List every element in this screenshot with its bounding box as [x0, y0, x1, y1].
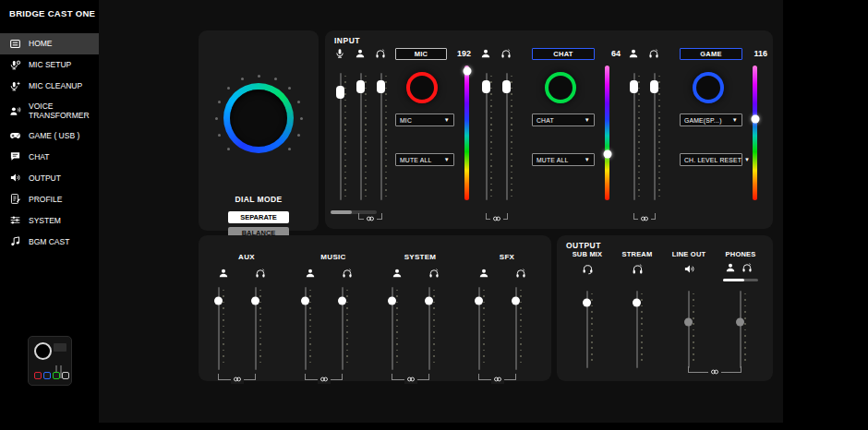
sidebar-item-system[interactable]: SYSTEM	[0, 209, 99, 231]
fader-handle[interactable]	[630, 80, 638, 93]
game-channel-button[interactable]: GAME	[680, 48, 742, 60]
sidebar-item-mic-setup[interactable]: MIC SETUP	[0, 54, 99, 76]
mic-channel-strip: MIC 192 MIC ▼ MUTE ALL ▼	[331, 43, 471, 224]
meter-knob[interactable]	[751, 115, 759, 124]
lineout-fader[interactable]	[682, 291, 694, 368]
submix-fader[interactable]	[581, 291, 593, 368]
aux-monitor-fader[interactable]	[212, 287, 224, 370]
fader-handle[interactable]	[425, 297, 433, 305]
fader-handle[interactable]	[684, 317, 693, 326]
meter-knob[interactable]	[463, 66, 471, 75]
dial-panel: DIAL MODE SEPARATE BALANCE	[199, 30, 319, 231]
sidebar-item-chat[interactable]: CHAT	[0, 146, 99, 167]
sfx-monitor-fader[interactable]	[473, 287, 485, 370]
phones-balance-slider[interactable]	[723, 279, 758, 281]
mic-stream-fader[interactable]	[375, 73, 387, 200]
fader-handle[interactable]	[482, 80, 490, 93]
game-stream-fader[interactable]	[648, 73, 660, 200]
link-icon[interactable]	[231, 375, 244, 384]
game-action-dropdown[interactable]: CH. LEVEL RESET ▼	[680, 153, 742, 166]
person-icon	[218, 268, 229, 279]
stream-column: STREAM	[616, 250, 658, 374]
profile-icon	[9, 193, 21, 205]
chevron-down-icon: ▼	[585, 117, 590, 123]
sidebar-item-mic-cleanup[interactable]: MIC CLEANUP	[0, 76, 99, 97]
meter-knob[interactable]	[603, 150, 611, 159]
mic-monitor-fader[interactable]	[355, 73, 367, 200]
game-source-dropdown[interactable]: GAME(SP...) ▼	[680, 113, 742, 126]
chevron-down-icon: ▼	[744, 157, 750, 162]
mic-action-dropdown[interactable]: MUTE ALL ▼	[395, 153, 454, 166]
chat-action-dropdown[interactable]: MUTE ALL ▼	[532, 153, 595, 166]
sfx-stream-fader[interactable]	[510, 287, 522, 370]
music-note-icon	[9, 235, 21, 247]
link-icon[interactable]	[364, 214, 377, 223]
mic-channel-button[interactable]: MIC	[395, 48, 447, 60]
link-icon[interactable]	[490, 214, 503, 223]
mic-source-dropdown[interactable]: MIC ▼	[395, 113, 454, 126]
headset-icon	[582, 263, 594, 275]
aux-stream-fader[interactable]	[249, 287, 261, 370]
fader-handle[interactable]	[475, 297, 483, 305]
device-illustration	[28, 336, 72, 386]
sidebar-item-game-usb[interactable]: GAME ( USB )	[0, 125, 99, 146]
link-icon[interactable]	[708, 367, 721, 376]
fader-handle[interactable]	[512, 297, 520, 305]
device-buttons-graphic	[34, 372, 69, 379]
mic-personal-fader[interactable]	[334, 73, 346, 200]
fader-handle[interactable]	[356, 80, 365, 93]
sidebar-item-profile[interactable]: PROFILE	[0, 188, 99, 209]
chat-monitor-fader[interactable]	[480, 73, 492, 200]
fader-handle[interactable]	[301, 297, 309, 305]
speaker-icon	[9, 172, 21, 184]
chat-stream-fader[interactable]	[500, 73, 512, 200]
fader-handle[interactable]	[633, 298, 641, 306]
lineout-column: LINE OUT	[668, 250, 710, 374]
system-stream-fader[interactable]	[423, 287, 435, 370]
sidebar-item-output[interactable]: OUTPUT	[0, 167, 99, 188]
music-stream-fader[interactable]	[336, 287, 348, 370]
stream-output-fader[interactable]	[631, 291, 643, 368]
fader-handle[interactable]	[736, 317, 744, 326]
stream-headphones-icon	[632, 263, 644, 275]
column-label: PHONES	[715, 250, 766, 258]
sidebar-item-home[interactable]: HOME	[0, 33, 99, 54]
fader-handle[interactable]	[377, 80, 385, 93]
system-link-bracket	[392, 374, 429, 380]
link-icon[interactable]	[404, 375, 417, 384]
separate-button[interactable]: SEPARATE	[228, 211, 289, 223]
link-icon[interactable]	[638, 214, 651, 223]
sidebar-item-voice-transformer[interactable]: VOICE TRANSFORMER	[0, 97, 99, 125]
chat-gain-knob[interactable]	[545, 72, 576, 103]
fader-handle[interactable]	[388, 297, 396, 305]
link-icon[interactable]	[318, 375, 331, 384]
fader-handle[interactable]	[650, 80, 658, 93]
music-monitor-fader[interactable]	[299, 287, 311, 370]
stream-headphones-icon	[515, 268, 526, 279]
fader-handle[interactable]	[336, 86, 344, 99]
link-icon[interactable]	[491, 375, 504, 384]
mic-level-value: 192	[457, 49, 471, 58]
fader-handle[interactable]	[502, 80, 511, 93]
fader-handle[interactable]	[583, 298, 591, 306]
chat-channel-button[interactable]: CHAT	[532, 48, 595, 60]
system-monitor-fader[interactable]	[386, 287, 398, 370]
game-gain-knob[interactable]	[693, 72, 724, 103]
chat-level-value: 64	[611, 49, 621, 58]
sfx-link-bracket	[478, 374, 516, 380]
person-icon	[628, 48, 639, 59]
group-title: MUSIC	[291, 253, 376, 261]
chat-channel-strip: CHAT 64 CHAT ▼ MUTE ALL ▼	[475, 43, 621, 224]
fader-handle[interactable]	[251, 297, 259, 305]
mic-gain-knob[interactable]	[406, 72, 438, 103]
chat-source-dropdown[interactable]: CHAT ▼	[532, 113, 595, 126]
phones-column: PHONES	[719, 250, 762, 374]
mic-icon	[334, 48, 345, 59]
fader-handle[interactable]	[214, 297, 223, 305]
person-icon	[392, 268, 403, 279]
sidebar-item-label: PROFILE	[29, 195, 62, 204]
sidebar-item-bgm-cast[interactable]: BGM CAST	[0, 231, 99, 252]
phones-fader[interactable]	[734, 291, 746, 368]
fader-handle[interactable]	[338, 297, 346, 305]
game-monitor-fader[interactable]	[628, 73, 640, 200]
